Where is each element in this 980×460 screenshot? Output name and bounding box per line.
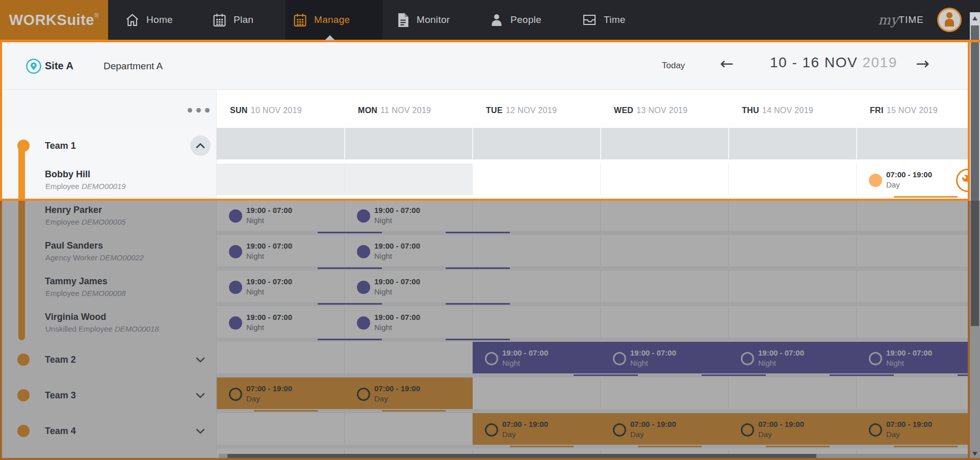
more-options-menu[interactable] <box>188 108 210 113</box>
day-cell[interactable] <box>473 164 601 195</box>
employee-name[interactable]: Tammy James <box>45 276 108 287</box>
day-cell[interactable] <box>857 306 968 338</box>
row-left-panel[interactable]: Tammy JamesEmployee DEMO00008 <box>2 270 217 306</box>
employee-name[interactable]: Paul Sanders <box>45 240 103 251</box>
collapse-team-button[interactable] <box>190 136 211 156</box>
open-shift[interactable]: 07:00 - 19:00Day <box>729 413 857 445</box>
day-cell[interactable] <box>345 413 473 445</box>
day-cell[interactable] <box>601 199 729 231</box>
horizontal-scrollbar[interactable] <box>219 454 968 458</box>
previous-week-arrow[interactable]: ← <box>720 54 734 73</box>
day-cell[interactable] <box>473 235 601 266</box>
shift-time: 19:00 - 07:00 <box>374 277 420 286</box>
day-cell[interactable] <box>345 164 473 195</box>
day-cell[interactable] <box>857 199 968 231</box>
open-shift-band[interactable]: 07:00 - 19:00Day07:00 - 19:00Day07:00 - … <box>473 413 968 445</box>
day-cell[interactable] <box>729 306 857 338</box>
day-cell[interactable] <box>729 164 857 195</box>
row-left-panel[interactable]: Virginia WoodUnskilled Employee DEMO0001… <box>2 306 217 342</box>
row-left-panel[interactable]: Team 2 <box>2 342 217 377</box>
vertical-scrollbar[interactable] <box>970 12 980 460</box>
department-name[interactable]: Department A <box>104 61 163 72</box>
assigned-shift[interactable]: 19:00 - 07:00Night <box>217 199 345 231</box>
day-cell[interactable] <box>729 199 857 231</box>
day-cell[interactable] <box>729 270 857 302</box>
scroll-up-arrow[interactable] <box>972 16 977 20</box>
day-cell[interactable] <box>345 342 473 373</box>
day-cell[interactable] <box>601 377 729 409</box>
day-cell[interactable] <box>473 199 601 231</box>
row-left-panel[interactable]: Team 3 <box>2 377 217 413</box>
today-button[interactable]: Today <box>662 61 685 71</box>
day-cell[interactable] <box>601 164 729 195</box>
user-avatar-button[interactable] <box>937 8 962 32</box>
tray-icon <box>582 13 597 27</box>
day-cell[interactable] <box>473 377 601 409</box>
employee-name[interactable]: Henry Parker <box>45 205 102 215</box>
day-cell[interactable] <box>601 235 729 266</box>
open-shift[interactable]: 07:00 - 19:00Day <box>601 413 729 445</box>
row-left-panel[interactable]: Bobby HillEmployee DEMO00019 <box>2 164 217 199</box>
open-shift-band[interactable]: 07:00 - 19:00Day07:00 - 19:00Day <box>217 377 473 409</box>
horizontal-scrollbar-thumb[interactable] <box>227 454 816 458</box>
day-cell[interactable] <box>217 413 345 445</box>
day-cell[interactable] <box>601 270 729 302</box>
open-shift[interactable]: 19:00 - 07:00Night <box>473 342 601 373</box>
row-day-cells: 19:00 - 07:00Night19:00 - 07:00Night19:0… <box>217 342 968 377</box>
open-shift[interactable]: 07:00 - 19:00Day <box>217 377 345 409</box>
day-cell[interactable] <box>857 270 968 302</box>
tab-plan[interactable]: Plan <box>212 0 253 40</box>
day-cell[interactable] <box>601 306 729 338</box>
expand-team-button[interactable] <box>195 391 206 400</box>
assigned-shift[interactable]: 19:00 - 07:00Night <box>345 199 473 231</box>
day-cell[interactable] <box>473 270 601 302</box>
assigned-shift[interactable]: 19:00 - 07:00Night <box>345 235 473 266</box>
open-shift[interactable]: 07:00 - 19:00Day <box>345 377 473 409</box>
tab-people[interactable]: People <box>489 0 541 40</box>
employee-name[interactable]: Bobby Hill <box>45 169 90 180</box>
open-shift[interactable]: 19:00 - 07:00Night <box>857 342 968 373</box>
expand-team-button[interactable] <box>195 355 206 364</box>
assigned-shift[interactable]: 19:00 - 07:00Night <box>345 270 473 302</box>
shift-circle-icon <box>357 281 370 294</box>
tab-time[interactable]: Time <box>582 0 626 40</box>
open-shift[interactable]: 19:00 - 07:00Night <box>601 342 729 373</box>
open-shift-band[interactable]: 19:00 - 07:00Night19:00 - 07:00Night19:0… <box>473 342 968 373</box>
app-logo[interactable]: WORKSuite® <box>0 0 108 40</box>
tab-manage[interactable]: Manage <box>293 0 350 40</box>
day-cell[interactable] <box>729 377 857 409</box>
open-shift[interactable]: 07:00 - 19:00Day <box>857 413 968 445</box>
tab-home[interactable]: Home <box>125 0 173 40</box>
assigned-shift[interactable]: 19:00 - 07:00Night <box>345 306 473 338</box>
mytime-logo[interactable]: my TIME <box>878 0 924 40</box>
assigned-shift[interactable]: 19:00 - 07:00Night <box>217 270 345 302</box>
row-left-panel[interactable]: Team 1 <box>2 128 217 164</box>
row-left-panel[interactable]: Henry ParkerEmployee DEMO00005 <box>2 199 217 235</box>
tab-monitor[interactable]: Monitor <box>396 0 450 40</box>
open-shift[interactable]: 07:00 - 19:00Day <box>473 413 601 445</box>
open-shift[interactable]: 19:00 - 07:00Night <box>729 342 857 373</box>
site-name[interactable]: Site A <box>45 60 73 72</box>
employee-name[interactable]: Virginia Wood <box>45 312 106 322</box>
vertical-scrollbar-thumb[interactable] <box>971 25 979 326</box>
day-date: 10 NOV 2019 <box>251 106 302 115</box>
next-week-arrow[interactable]: → <box>916 54 930 73</box>
day-cell[interactable] <box>729 235 857 266</box>
scroll-down-arrow[interactable] <box>972 452 977 456</box>
assigned-shift[interactable]: 19:00 - 07:00Night <box>217 306 345 338</box>
day-cell[interactable] <box>217 342 345 373</box>
assigned-shift[interactable]: 19:00 - 07:00Night <box>217 235 345 266</box>
shift-duration-bar <box>510 446 574 447</box>
row-left-panel[interactable]: Team 4 <box>2 413 217 449</box>
day-cell[interactable] <box>857 377 968 409</box>
day-cell[interactable] <box>473 306 601 338</box>
expand-team-button[interactable] <box>195 426 206 436</box>
day-cell[interactable] <box>217 164 345 195</box>
shift-duration-bar <box>382 410 446 412</box>
shift-time: 19:00 - 07:00 <box>374 313 420 321</box>
day-header-sun: SUN10 NOV 2019 <box>230 106 302 115</box>
shift-label: Night <box>246 252 264 260</box>
day-cell[interactable] <box>857 235 968 266</box>
row-left-panel[interactable]: Paul SandersAgency Worker DEMO00022 <box>2 235 217 270</box>
assigned-shift[interactable]: 07:00 - 19:00Day <box>857 164 968 195</box>
